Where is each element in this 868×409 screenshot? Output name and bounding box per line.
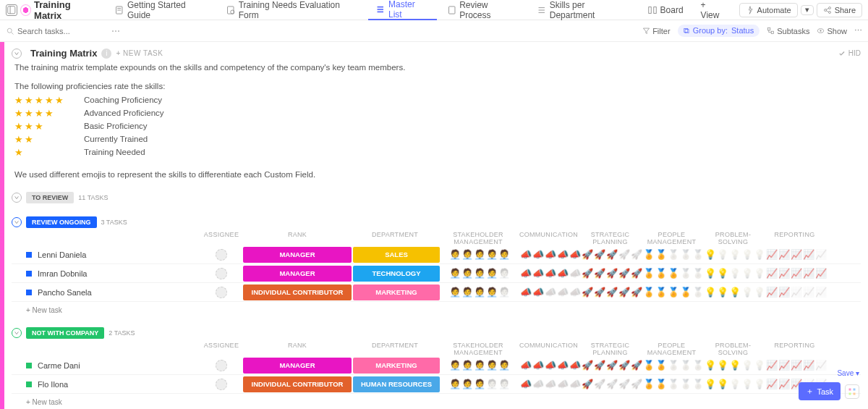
skill-problem: 💡💡💡💡💡 <box>704 249 765 260</box>
svg-rect-15 <box>653 7 656 13</box>
show-button[interactable]: Show <box>817 27 847 35</box>
tab-add-view[interactable]: + View <box>694 0 733 20</box>
tab-label: Training Needs Evaluation Form <box>239 0 359 20</box>
automate-dropdown[interactable]: ▾ <box>801 5 814 15</box>
tab-getting-started[interactable]: Getting Started Guide <box>107 0 216 20</box>
skill-problem: 💡💡💡💡💡 <box>704 360 765 371</box>
dept-badge: SALES <box>353 247 440 263</box>
svg-point-26 <box>820 30 822 31</box>
filter-button[interactable]: Filter <box>642 27 670 35</box>
tab-board[interactable]: Board <box>640 0 691 20</box>
tab-label: Master List <box>388 0 430 20</box>
svg-rect-14 <box>648 7 651 13</box>
task-row[interactable]: Imran DobnilaMANAGERTECHNOLOGY🧑‍💼🧑‍💼🧑‍💼🧑… <box>12 264 861 283</box>
skill-problem: 💡💡💡💡💡 <box>704 268 765 279</box>
top-bar: Training Matrix Getting Started Guide Tr… <box>0 0 868 20</box>
task-count: 11 TASKS <box>78 194 108 201</box>
logo-icon <box>20 4 32 16</box>
skill-people: 🏅🏅🏅🏅🏅 <box>642 360 704 371</box>
prof-heading: The following proficiencies rate the ski… <box>14 82 861 90</box>
apps-icon[interactable] <box>845 384 859 399</box>
add-task-button[interactable]: + New task <box>12 394 861 406</box>
svg-rect-24 <box>771 31 773 33</box>
tab-master-list[interactable]: Master List <box>368 0 436 20</box>
view-toolbar: ⋯ Filter ⧉ Group by: Status Subtasks Sho… <box>0 20 868 42</box>
tab-review-process[interactable]: Review Process <box>440 0 527 20</box>
assignee-avatar[interactable] <box>216 287 227 298</box>
svg-point-17 <box>828 7 830 9</box>
rank-badge: MANAGER <box>243 247 352 263</box>
skill-communication: 📣📣📣📣📣 <box>519 379 581 389</box>
task-count: 2 TASKS <box>109 329 135 337</box>
rank-badge: MANAGER <box>243 358 352 374</box>
content-area: Training Matrix i + NEW TASK HID The tra… <box>4 42 868 409</box>
svg-rect-30 <box>854 392 856 395</box>
search-input[interactable] <box>17 27 104 35</box>
skill-problem: 💡💡💡💡💡 <box>704 379 765 389</box>
new-task-float-button[interactable]: ＋Task <box>799 382 841 400</box>
group-toggle[interactable] <box>12 328 22 338</box>
skill-communication: 📣📣📣📣📣 <box>519 287 581 298</box>
rank-badge: INDIVIDUAL CONTRIBUTOR <box>243 284 352 300</box>
skill-people: 🏅🏅🏅🏅🏅 <box>642 379 704 389</box>
groupby-button[interactable]: ⧉ Group by: Status <box>678 25 760 37</box>
tab-training-needs[interactable]: Training Needs Evaluation Form <box>218 0 365 20</box>
save-button[interactable]: Save ▾ <box>837 369 859 377</box>
skill-strategic: 🚀🚀🚀🚀🚀 <box>581 379 642 389</box>
svg-rect-0 <box>8 6 15 13</box>
skill-stakeholder: 🧑‍💼🧑‍💼🧑‍💼🧑‍💼🧑‍💼 <box>440 268 519 279</box>
task-name: Imran Dobnila <box>38 269 200 278</box>
svg-point-18 <box>828 11 830 13</box>
svg-point-21 <box>7 28 12 33</box>
status-chip[interactable]: TO REVIEW <box>26 192 74 203</box>
add-task-button[interactable]: + New task <box>12 302 861 314</box>
assignee-avatar[interactable] <box>216 249 227 261</box>
skill-stakeholder: 🧑‍💼🧑‍💼🧑‍💼🧑‍💼🧑‍💼 <box>440 249 519 260</box>
share-button[interactable]: Share <box>817 3 862 17</box>
tab-label: Skills per Department <box>550 0 630 20</box>
skill-strategic: 🚀🚀🚀🚀🚀 <box>581 249 642 260</box>
task-name: Lenni Daniela <box>38 250 200 259</box>
svg-rect-28 <box>854 388 856 390</box>
more-icon[interactable]: ⋯ <box>111 26 120 36</box>
info-icon[interactable]: i <box>101 49 111 59</box>
task-row[interactable]: Flo IlonaINDIVIDUAL CONTRIBUTORHUMAN RES… <box>12 375 861 394</box>
collapse-icon[interactable] <box>12 49 22 59</box>
dept-badge: TECHNOLOGY <box>353 266 440 282</box>
skill-reporting: 📈📈📈📈📈 <box>765 249 827 260</box>
skill-stakeholder: 🧑‍💼🧑‍💼🧑‍💼🧑‍💼🧑‍💼 <box>440 360 519 371</box>
dept-badge: MARKETING <box>353 358 440 374</box>
task-row[interactable]: Pancho SanelaINDIVIDUAL CONTRIBUTORMARKE… <box>12 283 861 302</box>
automate-button[interactable]: Automate <box>739 3 798 17</box>
assignee-avatar[interactable] <box>216 268 227 279</box>
overflow-icon[interactable]: ⋯ <box>854 26 862 35</box>
svg-rect-29 <box>849 392 851 395</box>
proficiency-legend: ★★★★★Coaching Proficiency★★★★Advanced Pr… <box>14 93 861 159</box>
rank-badge: INDIVIDUAL CONTRIBUTOR <box>243 376 352 392</box>
assignee-avatar[interactable] <box>216 379 227 390</box>
skill-reporting: 📈📈📈📈📈 <box>765 268 827 279</box>
task-row[interactable]: Carme DaniMANAGERMARKETING🧑‍💼🧑‍💼🧑‍💼🧑‍💼🧑‍… <box>12 356 861 375</box>
hide-button[interactable]: HID <box>838 49 861 57</box>
rank-badge: MANAGER <box>243 266 352 282</box>
assignee-avatar[interactable] <box>216 360 227 371</box>
skill-stakeholder: 🧑‍💼🧑‍💼🧑‍💼🧑‍💼🧑‍💼 <box>440 379 519 389</box>
skill-stakeholder: 🧑‍💼🧑‍💼🧑‍💼🧑‍💼🧑‍💼 <box>440 287 519 298</box>
new-task-button[interactable]: + NEW TASK <box>116 49 163 57</box>
group-toggle[interactable] <box>12 217 22 227</box>
status-chip[interactable]: NOT WITH COMPANY <box>26 327 104 339</box>
task-row[interactable]: Lenni DanielaMANAGERSALES🧑‍💼🧑‍💼🧑‍💼🧑‍💼🧑‍💼… <box>12 245 861 264</box>
skill-communication: 📣📣📣📣📣 <box>519 360 581 371</box>
search-box[interactable] <box>6 27 104 35</box>
group-toggle[interactable] <box>12 193 22 203</box>
tab-label: Getting Started Guide <box>127 0 208 20</box>
section-description: The training matrix template expounds on… <box>14 63 861 72</box>
tab-skills-dept[interactable]: Skills per Department <box>529 0 637 20</box>
task-name: Carme Dani <box>38 361 200 370</box>
subtasks-button[interactable]: Subtasks <box>767 27 809 35</box>
skill-strategic: 🚀🚀🚀🚀🚀 <box>581 287 642 298</box>
skill-communication: 📣📣📣📣📣 <box>519 249 581 260</box>
tab-label: + View <box>701 0 726 20</box>
status-chip[interactable]: REVIEW ONGOING <box>26 216 97 228</box>
dock-toggle[interactable] <box>6 4 17 16</box>
